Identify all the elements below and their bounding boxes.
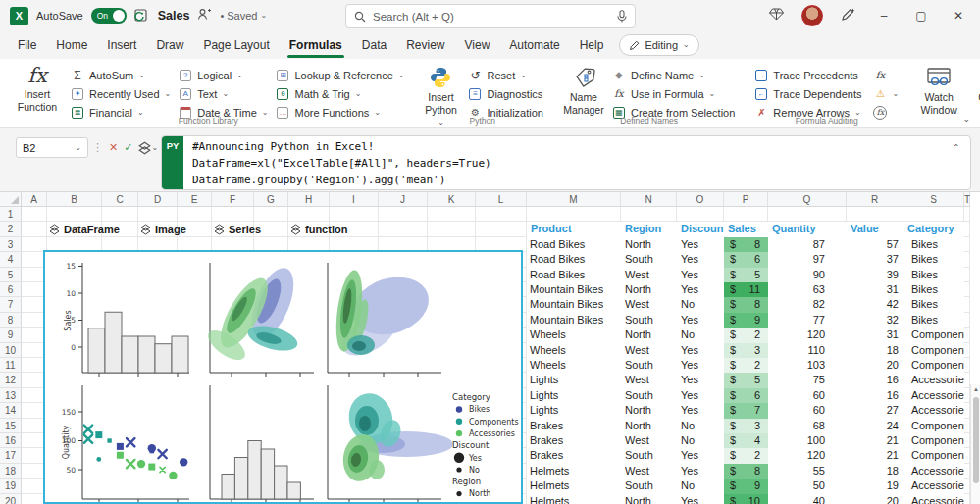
- cell-chip-image[interactable]: Image: [140, 222, 186, 236]
- cell-R18[interactable]: 18: [847, 464, 903, 479]
- cell-S20[interactable]: Accessories: [903, 494, 964, 504]
- cell-R6[interactable]: 31: [847, 282, 903, 297]
- cell-O17[interactable]: Yes: [677, 448, 724, 463]
- error-checking-button[interactable]: ⚠⌄: [869, 84, 903, 103]
- cell-O5[interactable]: Yes: [677, 268, 724, 282]
- cell-M7[interactable]: Mountain Bikes: [527, 297, 621, 312]
- cell-M6[interactable]: Mountain Bikes: [527, 282, 621, 297]
- cell-S3[interactable]: Bikes: [903, 237, 964, 252]
- cell-N10[interactable]: West: [621, 343, 677, 358]
- cell-Q6[interactable]: 63: [768, 282, 847, 297]
- recently-used-button[interactable]: ✦Recently Used⌄: [67, 84, 175, 103]
- math-trig-button[interactable]: θMath & Trig⌄: [272, 84, 408, 103]
- cell-O6[interactable]: Yes: [677, 282, 724, 297]
- cell-S14[interactable]: Accessories: [903, 403, 964, 418]
- row-header-12[interactable]: 12: [0, 373, 22, 387]
- text-button[interactable]: AText⌄: [175, 84, 272, 103]
- formula-input[interactable]: PY #Announcing Python in Excel! DataFram…: [161, 135, 971, 190]
- cell-Q12[interactable]: 75: [768, 373, 847, 387]
- cell-P3[interactable]: $8: [724, 237, 768, 252]
- collapse-ribbon-chevron[interactable]: ⌄: [962, 114, 970, 124]
- cell-Q3[interactable]: 87: [768, 237, 847, 252]
- cell-P16[interactable]: $4: [724, 433, 768, 448]
- people-icon[interactable]: [197, 7, 212, 25]
- collapse-formula-bar-chevron[interactable]: ⌄: [953, 142, 960, 151]
- cell-P18[interactable]: $8: [724, 464, 768, 479]
- cell-O19[interactable]: No: [677, 479, 724, 493]
- cell-P17[interactable]: $2: [724, 448, 768, 463]
- trace-precedents-button[interactable]: →Trace Precedents: [750, 66, 865, 84]
- cell-S10[interactable]: Components: [903, 343, 964, 358]
- cell-P20[interactable]: $10: [724, 494, 768, 504]
- tab-draw[interactable]: Draw: [146, 33, 193, 57]
- cell-N17[interactable]: South: [621, 448, 677, 463]
- column-header-S[interactable]: S: [903, 192, 964, 207]
- cancel-button[interactable]: ✕: [109, 141, 118, 154]
- cell-R14[interactable]: 27: [847, 403, 903, 418]
- cell-Q13[interactable]: 60: [768, 388, 847, 403]
- cell-P13[interactable]: $6: [724, 388, 768, 403]
- cell-S6[interactable]: Bikes: [903, 282, 964, 297]
- cell-R8[interactable]: 32: [847, 313, 903, 328]
- cell-Q7[interactable]: 82: [768, 297, 847, 312]
- cell-Q8[interactable]: 77: [768, 313, 847, 328]
- name-box[interactable]: B2 ⌄: [16, 137, 88, 158]
- row-header-9[interactable]: 9: [0, 328, 22, 342]
- column-header-T[interactable]: T: [964, 192, 970, 207]
- cell-S15[interactable]: Components: [903, 419, 964, 433]
- column-header-F[interactable]: F: [212, 192, 254, 207]
- cell-chip-series[interactable]: Series: [214, 222, 261, 236]
- name-manager-button[interactable]: Name Manager: [559, 63, 608, 117]
- tab-review[interactable]: Review: [396, 33, 454, 57]
- cell-M17[interactable]: Brakes: [527, 448, 621, 463]
- column-header-A[interactable]: A: [22, 192, 47, 207]
- cell-O15[interactable]: No: [677, 419, 724, 433]
- column-header-Q[interactable]: Q: [768, 192, 847, 207]
- column-header-J[interactable]: J: [379, 192, 428, 207]
- row-header-4[interactable]: 4: [0, 252, 22, 267]
- column-header-I[interactable]: I: [330, 192, 379, 207]
- cell-N12[interactable]: West: [621, 373, 677, 387]
- reset-button[interactable]: ↺Reset⌄: [464, 66, 546, 84]
- cell-N6[interactable]: North: [621, 282, 677, 297]
- cell-M18[interactable]: Helmets: [527, 464, 621, 479]
- cell-R20[interactable]: 20: [847, 494, 903, 504]
- define-name-button[interactable]: ⬥Define Name⌄: [608, 66, 739, 84]
- cell-S5[interactable]: Bikes: [903, 268, 964, 282]
- user-avatar[interactable]: [801, 5, 823, 26]
- scrollbar-thumb[interactable]: [973, 397, 979, 483]
- cell-R10[interactable]: 18: [847, 343, 903, 358]
- cell-O18[interactable]: Yes: [677, 464, 724, 479]
- premium-gem-icon[interactable]: [769, 7, 784, 25]
- cell-N11[interactable]: South: [621, 358, 677, 373]
- copilot-pen-icon[interactable]: [841, 7, 856, 25]
- cell-Q16[interactable]: 100: [768, 433, 847, 448]
- cell-N7[interactable]: West: [621, 297, 677, 312]
- tab-view[interactable]: View: [455, 33, 500, 57]
- cell-M15[interactable]: Brakes: [527, 419, 621, 433]
- cell-Q4[interactable]: 97: [768, 252, 847, 267]
- tab-automate[interactable]: Automate: [499, 33, 569, 57]
- cell-N5[interactable]: West: [621, 268, 677, 282]
- cell-R3[interactable]: 57: [847, 237, 903, 252]
- cell-N13[interactable]: South: [621, 388, 677, 403]
- cell-M10[interactable]: Wheels: [527, 343, 621, 358]
- cell-N18[interactable]: West: [621, 464, 677, 479]
- cell-N9[interactable]: North: [621, 328, 677, 342]
- cell-M13[interactable]: Lights: [527, 388, 621, 403]
- lookup-reference-button[interactable]: ⊞Lookup & Reference⌄: [272, 66, 408, 84]
- cell-S9[interactable]: Components: [903, 328, 964, 342]
- vertical-scrollbar[interactable]: ▲ ▼: [970, 384, 980, 504]
- cell-P12[interactable]: $5: [724, 373, 768, 387]
- document-title[interactable]: Sales: [158, 9, 190, 23]
- row-header-18[interactable]: 18: [0, 464, 22, 479]
- cell-R4[interactable]: 37: [847, 252, 903, 267]
- cell-S19[interactable]: Accessories: [903, 479, 964, 493]
- cell-R13[interactable]: 16: [847, 388, 903, 403]
- cell-R12[interactable]: 16: [847, 373, 903, 387]
- cell-N15[interactable]: North: [621, 419, 677, 433]
- table-header-sales[interactable]: Sales: [724, 222, 768, 236]
- autosave-toggle[interactable]: On: [91, 8, 127, 24]
- cell-M14[interactable]: Lights: [527, 403, 621, 418]
- autosum-button[interactable]: ΣAutoSum⌄: [67, 66, 175, 84]
